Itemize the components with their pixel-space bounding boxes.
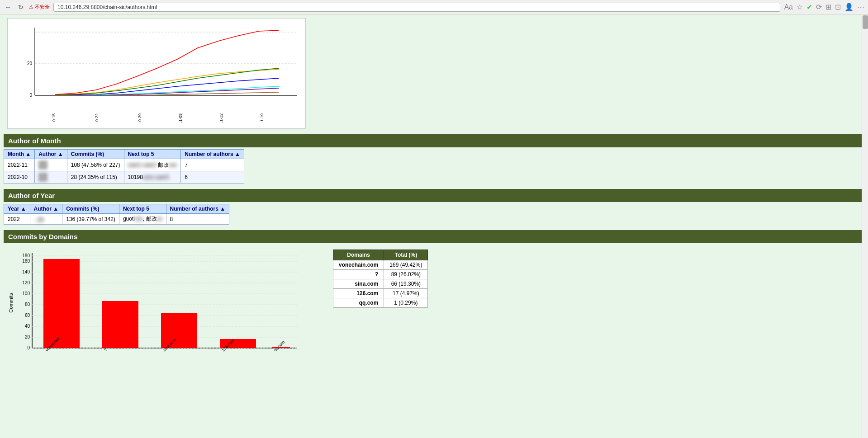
refresh-button[interactable]: ↻ — [16, 3, 25, 12]
svg-text:2022-11-19: 2022-11-19 — [260, 113, 264, 122]
svg-text:180: 180 — [22, 253, 30, 258]
total-cell: 1 (0.29%) — [384, 298, 428, 308]
menu-icon: ⋯ — [857, 3, 864, 11]
table-row: sina.com 66 (19.30%) — [333, 279, 428, 289]
back-button[interactable]: ← — [4, 3, 13, 12]
total-col-header: Total (%) — [384, 250, 428, 260]
extensions-icon: ⊞ — [825, 3, 831, 11]
domain-cell: sina.com — [333, 279, 384, 289]
cell-num-authors: 7 — [181, 159, 244, 171]
table-row: 2022-11 108 (47.58% of 227) user1 user2 … — [4, 159, 244, 171]
domain-col-header: Domains — [333, 250, 384, 260]
svg-text:120: 120 — [22, 280, 30, 285]
cell-next-top5: 10198xxxx user3 — [124, 171, 181, 184]
author-of-month-header: Author of Month — [4, 134, 864, 147]
cell-commits: 28 (24.35% of 115) — [67, 171, 124, 184]
col-author[interactable]: Author ▲ — [35, 150, 67, 159]
author-of-year-section: Author of Year Year ▲ Author ▲ Commits (… — [0, 189, 868, 225]
cell-num-authors: 6 — [181, 171, 244, 184]
domain-cell: 126.com — [333, 289, 384, 298]
col-commits-pct[interactable]: Commits (%) — [67, 150, 124, 159]
svg-text:2022-10-15: 2022-10-15 — [52, 113, 56, 122]
cell-month: 2022-10 — [4, 171, 35, 184]
table-row: 126.com 17 (4.97%) — [333, 289, 428, 298]
cell-next-top5: guotixxx, 邮政xx — [119, 214, 166, 225]
col-month[interactable]: Month ▲ — [4, 150, 35, 159]
table-row: vonechain.com 169 (49.42%) — [333, 260, 428, 270]
cell-year: 2022 — [4, 214, 30, 225]
svg-text:2022-10-22: 2022-10-22 — [95, 113, 99, 122]
page-content: 0 20 2022-10-15 2022-10-22 2022-10-29 20… — [0, 14, 868, 438]
reader-icon: Aa — [784, 3, 793, 11]
svg-text:40: 40 — [25, 324, 30, 329]
svg-rect-35 — [43, 259, 80, 348]
split-icon: ⊡ — [835, 3, 841, 11]
author-of-year-header: Author of Year — [4, 189, 864, 202]
commits-by-domains-section: Commits by Domains Commits 0 — [0, 230, 868, 377]
author-of-year-title: Author of Year — [8, 192, 55, 199]
svg-text:20: 20 — [25, 334, 30, 339]
cell-author: ...jia — [30, 214, 62, 225]
author-of-year-table: Year ▲ Author ▲ Commits (%) Next top 5 N… — [4, 204, 229, 225]
cell-author — [35, 171, 67, 184]
shield-icon: ✔ — [806, 3, 812, 11]
cell-next-top5: user1 user2 邮政xxx — [124, 159, 181, 171]
table-row: 2022-10 28 (24.35% of 115) 10198xxxx use… — [4, 171, 244, 184]
col-next-top5: Next top 5 — [119, 204, 166, 214]
svg-text:80: 80 — [25, 302, 30, 307]
svg-text:140: 140 — [22, 269, 30, 274]
author-of-month-table: Month ▲ Author ▲ Commits (%) Next top 5 … — [4, 149, 244, 184]
col-num-authors[interactable]: Number of authors ▲ — [166, 204, 229, 214]
svg-text:2022-11-05: 2022-11-05 — [178, 113, 183, 122]
col-commits-pct[interactable]: Commits (%) — [62, 204, 119, 214]
author-of-month-section: Author of Month Month ▲ Author ▲ Commits… — [0, 134, 868, 184]
top-chart-container: 0 20 2022-10-15 2022-10-22 2022-10-29 20… — [0, 14, 313, 134]
table-row: ? 89 (26.02%) — [333, 270, 428, 279]
author-of-month-title: Author of Month — [8, 137, 61, 145]
scrollbar-thumb[interactable] — [863, 15, 868, 29]
svg-text:0: 0 — [29, 93, 32, 98]
svg-text:0: 0 — [27, 345, 30, 350]
svg-rect-37 — [102, 301, 138, 348]
url-bar[interactable] — [53, 3, 780, 12]
col-num-authors[interactable]: Number of authors ▲ — [181, 150, 244, 159]
cell-commits: 108 (47.58% of 227) — [67, 159, 124, 171]
cell-commits: 136 (39.77% of 342) — [62, 214, 119, 225]
table-row: 2022 ...jia 136 (39.77% of 342) guotixxx… — [4, 214, 229, 225]
domain-cell: vonechain.com — [333, 260, 384, 270]
favorites-icon: ☆ — [797, 3, 803, 11]
svg-text:2022-10-29: 2022-10-29 — [138, 113, 142, 122]
col-next-top5: Next top 5 — [124, 150, 181, 159]
profile-icon: 👤 — [844, 3, 854, 11]
commits-by-domains-title: Commits by Domains — [8, 233, 77, 240]
bar-chart-section: Commits 0 20 40 60 80 — [4, 245, 864, 377]
scrollbar[interactable] — [862, 14, 868, 438]
cell-author — [35, 159, 67, 171]
bar-chart-svg: Commits 0 20 40 60 80 — [7, 249, 315, 375]
domain-cell: ? — [333, 270, 384, 279]
commits-by-domains-header: Commits by Domains — [4, 230, 864, 243]
domain-table: Domains Total (%) vonechain.com 169 (49.… — [333, 250, 428, 308]
cell-num-authors: 8 — [166, 214, 229, 225]
security-warning: ⚠ 不安全 — [29, 4, 50, 10]
total-cell: 169 (49.42%) — [384, 260, 428, 270]
total-cell: 89 (26.02%) — [384, 270, 428, 279]
svg-text:100: 100 — [22, 291, 30, 296]
svg-rect-39 — [161, 313, 197, 348]
top-right-empty — [313, 14, 868, 134]
refresh2-icon: ⟳ — [816, 3, 822, 11]
col-year[interactable]: Year ▲ — [4, 204, 30, 214]
svg-text:Commits: Commits — [8, 293, 14, 313]
domain-table-container: Domains Total (%) vonechain.com 169 (49.… — [333, 250, 428, 308]
top-section: 0 20 2022-10-15 2022-10-22 2022-10-29 20… — [0, 14, 868, 134]
line-chart-svg: 0 20 2022-10-15 2022-10-22 2022-10-29 20… — [12, 23, 302, 122]
svg-text:2022-11-12: 2022-11-12 — [219, 113, 223, 122]
browser-bar: ← ↻ ⚠ 不安全 Aa ☆ ✔ ⟳ ⊞ ⊡ 👤 ⋯ — [0, 0, 868, 14]
line-chart-area: 0 20 2022-10-15 2022-10-22 2022-10-29 20… — [7, 18, 306, 129]
bar-chart-outer: Commits 0 20 40 60 80 — [7, 249, 315, 377]
total-cell: 17 (4.97%) — [384, 289, 428, 298]
svg-text:20: 20 — [27, 61, 33, 66]
svg-text:60: 60 — [25, 313, 30, 318]
col-author[interactable]: Author ▲ — [30, 204, 62, 214]
cell-month: 2022-11 — [4, 159, 35, 171]
